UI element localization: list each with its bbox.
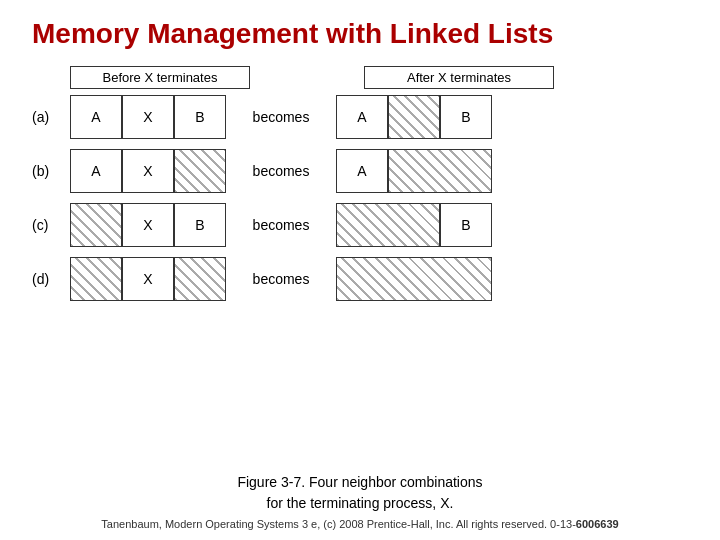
- block-x-white: X: [122, 95, 174, 139]
- block-b-hatch-before: [174, 149, 226, 193]
- row-c-before: X B: [70, 203, 226, 247]
- figure-caption: Figure 3-7. Four neighbor combinations f…: [32, 472, 688, 514]
- page: Memory Management with Linked Lists Befo…: [0, 0, 720, 540]
- row-d-after: [336, 257, 492, 301]
- footer-bold: 6006639: [576, 518, 619, 530]
- row-d: (d) X becomes: [32, 257, 688, 301]
- block-b-wide-hatch: [388, 149, 492, 193]
- row-c-after: B: [336, 203, 492, 247]
- after-header: After X terminates: [364, 66, 554, 89]
- row-d-before: X: [70, 257, 226, 301]
- caption-line1: Figure 3-7. Four neighbor combinations: [32, 472, 688, 493]
- block-a-after-white: A: [336, 95, 388, 139]
- block-c-x-white: X: [122, 203, 174, 247]
- block-d-triple-hatch: [336, 257, 492, 301]
- caption-line2: for the terminating process, X.: [32, 493, 688, 514]
- row-b-before: A X: [70, 149, 226, 193]
- block-c-wide-hatch: [336, 203, 440, 247]
- block-c-b-after: B: [440, 203, 492, 247]
- block-c-hatch-before: [70, 203, 122, 247]
- block-b-after-white: B: [440, 95, 492, 139]
- diagram-area: Before X terminates After X terminates (…: [32, 66, 688, 464]
- becomes-c: becomes: [226, 217, 336, 233]
- block-d-hatch1-before: [70, 257, 122, 301]
- becomes-b: becomes: [226, 163, 336, 179]
- row-a-before: A X B: [70, 95, 226, 139]
- page-title: Memory Management with Linked Lists: [32, 18, 688, 50]
- row-c: (c) X B becomes B: [32, 203, 688, 247]
- header-row: Before X terminates After X terminates: [32, 66, 688, 89]
- block-b-a-white: A: [70, 149, 122, 193]
- becomes-d: becomes: [226, 271, 336, 287]
- block-b-x-white: X: [122, 149, 174, 193]
- block-d-hatch2-before: [174, 257, 226, 301]
- block-b-a-after: A: [336, 149, 388, 193]
- row-b: (b) A X becomes A: [32, 149, 688, 193]
- row-d-label: (d): [32, 271, 70, 287]
- row-b-after: A: [336, 149, 492, 193]
- footer: Tanenbaum, Modern Operating Systems 3 e,…: [32, 518, 688, 530]
- row-a-label: (a): [32, 109, 70, 125]
- before-header: Before X terminates: [70, 66, 250, 89]
- block-a-after-hatch: [388, 95, 440, 139]
- footer-text: Tanenbaum, Modern Operating Systems 3 e,…: [101, 518, 575, 530]
- block-b-white: B: [174, 95, 226, 139]
- block-d-x-white: X: [122, 257, 174, 301]
- row-a-after: A B: [336, 95, 492, 139]
- block-c-b-white: B: [174, 203, 226, 247]
- row-c-label: (c): [32, 217, 70, 233]
- becomes-a: becomes: [226, 109, 336, 125]
- block-a-white: A: [70, 95, 122, 139]
- row-b-label: (b): [32, 163, 70, 179]
- row-a: (a) A X B becomes A B: [32, 95, 688, 139]
